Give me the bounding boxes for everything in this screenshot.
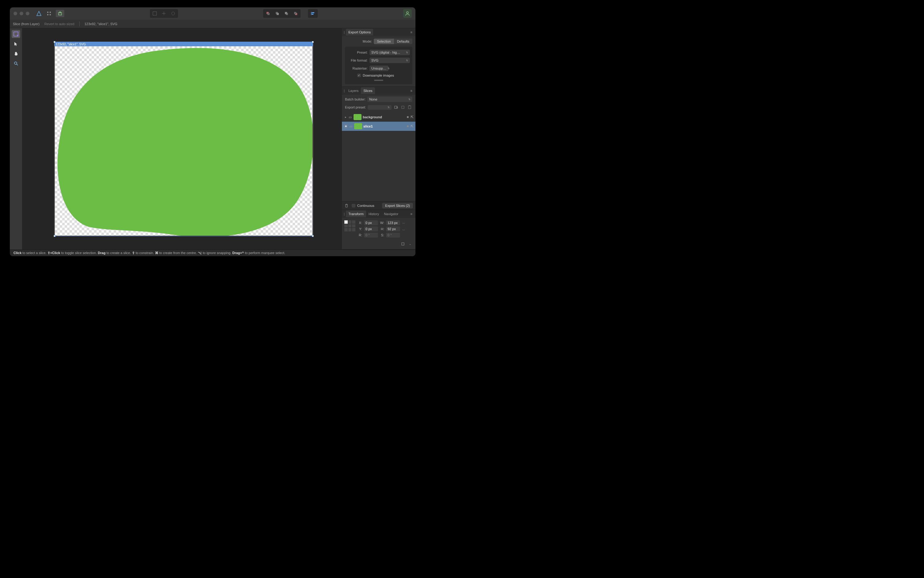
window-close-button[interactable] <box>13 11 17 15</box>
canvas-area[interactable]: 123x92, "slice1", SVG <box>22 28 342 250</box>
disclosure-icon[interactable]: ▸ <box>344 115 347 119</box>
hint-shift: ⇧ <box>132 251 135 255</box>
panel-menu-icon[interactable]: ≡ <box>409 212 413 216</box>
resize-handle-br[interactable] <box>312 235 314 237</box>
link-dimensions-icon[interactable]: ⎵ <box>402 227 405 231</box>
arrange-group <box>263 9 300 18</box>
s-input[interactable]: 0 ° <box>386 232 400 237</box>
snapping-group <box>150 9 178 18</box>
svg-rect-21 <box>402 106 404 109</box>
slice-frame[interactable]: 123x92, "slice1", SVG <box>54 42 313 236</box>
move-backward-icon[interactable] <box>282 10 291 17</box>
x-input[interactable]: 0 px <box>364 220 378 225</box>
resize-handle-bl[interactable] <box>53 235 55 237</box>
tool-name-label: Slice (from Layer) <box>13 22 39 26</box>
hand-tool-icon[interactable] <box>11 50 20 58</box>
resize-handle-tr[interactable] <box>312 41 314 43</box>
svg-rect-15 <box>312 12 314 13</box>
slice-label-text: 123x92, "slice1", SVG <box>56 42 86 46</box>
h-input[interactable]: 92 px <box>386 226 400 231</box>
zoom-tool-icon[interactable] <box>11 60 20 67</box>
link-dimensions-icon[interactable]: ⎵ <box>402 220 405 225</box>
page-icon: ▭ <box>349 124 353 128</box>
svg-rect-20 <box>395 106 397 109</box>
tab-slices[interactable]: Slices <box>361 87 375 94</box>
anchor-widget[interactable] <box>344 220 355 231</box>
snap-icon[interactable] <box>160 10 168 17</box>
add-preset-icon[interactable] <box>393 104 399 110</box>
export-preset-dropdown[interactable]: ⇅ <box>368 105 392 110</box>
move-forward-icon[interactable] <box>273 10 282 17</box>
window-minimize-button[interactable] <box>19 11 23 15</box>
tab-export-options[interactable]: Export Options <box>346 29 373 36</box>
move-to-front-icon[interactable] <box>264 10 272 17</box>
move-to-back-icon[interactable] <box>291 10 300 17</box>
transform-menu-icon[interactable]: ⌄ <box>407 241 413 247</box>
y-input[interactable]: 0 px <box>364 226 378 231</box>
tab-navigator[interactable]: Navigator <box>381 211 401 217</box>
svg-rect-23 <box>409 106 410 106</box>
paste-preset-icon[interactable] <box>407 104 412 110</box>
resize-grip[interactable] <box>374 80 383 81</box>
panel-menu-icon[interactable]: ≡ <box>409 30 413 34</box>
export-slices-button[interactable]: Export Slices (2) <box>382 203 413 208</box>
panel-menu-icon[interactable]: ≡ <box>409 89 413 93</box>
hint-drag-ctrl: Drag+^ <box>232 251 244 255</box>
delete-slice-icon[interactable] <box>344 203 349 208</box>
rasterise-dropdown[interactable]: Unsupp…⇅ <box>370 66 389 71</box>
revert-auto-sized-button[interactable]: Revert to auto sized <box>44 22 75 26</box>
titlebar <box>10 7 415 19</box>
file-format-label: File format: <box>347 58 368 62</box>
show-grid-icon[interactable] <box>151 10 159 17</box>
export-persona-icon[interactable] <box>56 10 64 17</box>
downsample-checkbox[interactable]: ✓ <box>357 73 361 77</box>
hint-opt: ⌥ <box>198 251 202 255</box>
slice-label-bar: 123x92, "slice1", SVG <box>55 42 313 46</box>
slice-row-slice1[interactable]: ▭ slice1 ⇱ <box>342 122 415 131</box>
tab-history[interactable]: History <box>366 211 381 217</box>
quick-export-icon[interactable]: ⇱ <box>410 115 413 119</box>
w-input[interactable]: 123 px <box>386 220 400 225</box>
tools-panel <box>10 28 22 250</box>
slice-row-background[interactable]: ▸ ▭ background ⇱ <box>342 112 415 122</box>
account-icon[interactable] <box>403 9 412 18</box>
hint-shift-click: ⇧+Click <box>47 251 60 255</box>
right-panel: || Export Options ≡ Mode: Selection Defa… <box>342 28 415 250</box>
tab-layers[interactable]: Layers <box>346 87 361 94</box>
align-pixel-icon[interactable] <box>400 241 405 247</box>
align-icon[interactable] <box>308 10 317 17</box>
copy-preset-icon[interactable] <box>400 104 405 110</box>
svg-rect-8 <box>267 13 270 15</box>
mode-defaults-button[interactable]: Defaults <box>394 39 412 44</box>
svg-rect-1 <box>50 11 51 13</box>
hint-click: Click <box>13 251 21 255</box>
quick-export-icon[interactable]: ⇱ <box>410 124 413 128</box>
file-format-dropdown[interactable]: SVG⇅ <box>370 58 410 63</box>
continuous-label: Continuous <box>357 204 374 208</box>
move-tool-icon[interactable] <box>11 40 20 48</box>
window-maximize-button[interactable] <box>26 11 29 15</box>
hint-drag: Drag <box>98 251 105 255</box>
svg-rect-14 <box>294 12 296 14</box>
svg-rect-16 <box>312 14 313 15</box>
status-bar: Click to select a slice. ⇧+Click to togg… <box>10 250 415 256</box>
persona-dropdown-icon[interactable] <box>45 10 53 17</box>
auto-sized-toggle-icon[interactable] <box>344 124 348 128</box>
snap-bounds-icon[interactable] <box>169 10 177 17</box>
continuous-checkbox[interactable] <box>352 204 355 208</box>
slice-tool-icon[interactable] <box>11 30 20 38</box>
svg-rect-2 <box>47 14 49 15</box>
r-input[interactable]: 0 ° <box>364 232 378 237</box>
y-label: Y: <box>358 227 362 231</box>
resize-handle-tl[interactable] <box>53 41 55 43</box>
tab-transform[interactable]: Transform <box>346 211 366 217</box>
x-label: X: <box>358 221 362 225</box>
preset-label: Preset: <box>347 50 368 54</box>
preset-dropdown[interactable]: SVG (digital - hig…⇅ <box>370 50 410 55</box>
r-label: R: <box>358 233 362 237</box>
mode-selection-button[interactable]: Selection <box>374 39 394 44</box>
hint-cmd: ⌘ <box>155 251 158 255</box>
batch-builder-dropdown[interactable]: None⇅ <box>367 97 412 102</box>
w-label: W: <box>380 221 384 225</box>
svg-rect-5 <box>153 11 157 15</box>
